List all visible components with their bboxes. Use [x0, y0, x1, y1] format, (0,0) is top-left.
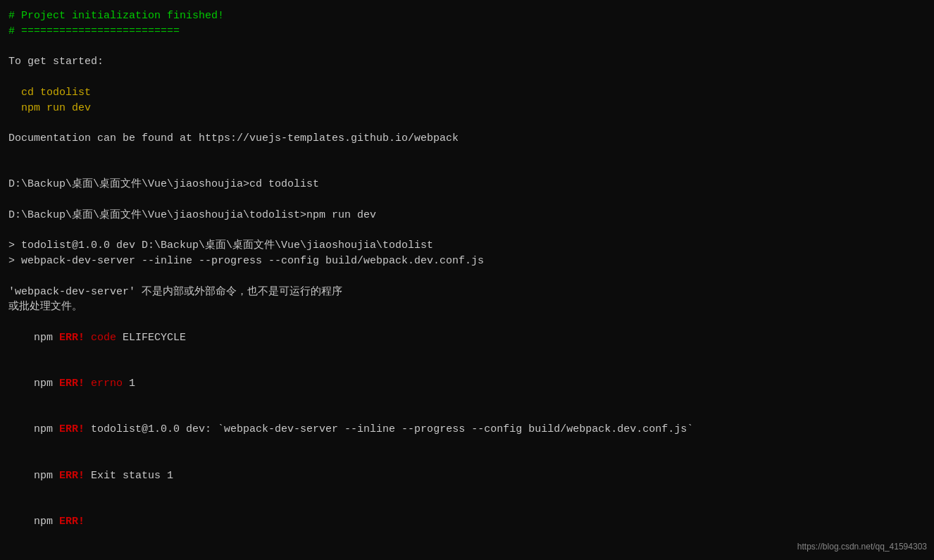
line-npm-dev-command: D:\Backup\桌面\桌面文件\Vue\jiaoshoujia\todoli… [8, 208, 926, 223]
line-batch-file: 或批处理文件。 [8, 299, 926, 315]
line-err-detail: npm ERR! todolist@1.0.0 dev: `webpack-de… [8, 407, 926, 453]
line-err-blank: npm ERR! [8, 499, 926, 545]
blank-line-3 [8, 116, 926, 131]
blank-line-5 [8, 162, 926, 178]
err-label-2: ERR! [59, 378, 91, 390]
line-todolist-dev: > todolist@1.0.0 dev D:\Backup\桌面\桌面文件\V… [8, 238, 926, 254]
blank-line-8 [8, 269, 926, 285]
npm-label-5: npm [34, 516, 59, 528]
blank-line-6 [8, 192, 926, 208]
line-err-errno: npm ERR! errno 1 [8, 361, 926, 406]
errno-value: 1 [129, 378, 135, 390]
line-err-exit: npm ERR! Exit status 1 [8, 453, 926, 499]
code-label: code [91, 332, 123, 344]
line-get-started: To get started: [8, 54, 926, 70]
blank-line-7 [8, 223, 926, 239]
line-err-failed: npm ERR! Failed at the todolist@1.0.0 de… [8, 545, 926, 560]
line-webpack-cmd: > webpack-dev-server --inline --progress… [8, 254, 926, 269]
line-docs: Documentation can be found at https://vu… [8, 131, 926, 147]
line-separator: # ========================= [8, 24, 926, 39]
elifecycle-value: ELIFECYCLE [123, 332, 186, 344]
blank-line-4 [8, 147, 926, 162]
line-not-recognized: 'webpack-dev-server' 不是内部或外部命令，也不是可运行的程序 [8, 285, 926, 300]
exit-status-text: Exit status 1 [91, 470, 173, 482]
err-detail-text: todolist@1.0.0 dev: `webpack-dev-server … [91, 423, 693, 435]
err-label-4: ERR! [59, 470, 91, 482]
blank-line-2 [8, 70, 926, 85]
line-cd-todolist: cd todolist [8, 85, 926, 101]
blank-line-1 [8, 39, 926, 55]
err-label-1: ERR! [59, 332, 91, 344]
err-label-5: ERR! [59, 516, 85, 528]
errno-label: errno [91, 378, 129, 390]
npm-label-2: npm [34, 378, 59, 390]
line-err-code: npm ERR! code ELIFECYCLE [8, 315, 926, 361]
line-cd-command: D:\Backup\桌面\桌面文件\Vue\jiaoshoujia>cd tod… [8, 177, 926, 192]
npm-label-3: npm [34, 423, 59, 435]
line-npm-run-dev: npm run dev [8, 101, 926, 116]
npm-label-1: npm [34, 332, 59, 344]
line-project-init: # Project initialization finished! [8, 8, 926, 24]
watermark: https://blog.csdn.net/qq_41594303 [797, 541, 927, 553]
npm-label-4: npm [34, 470, 59, 482]
err-label-3: ERR! [59, 423, 91, 435]
terminal-window: # Project initialization finished! # ===… [3, 6, 931, 560]
